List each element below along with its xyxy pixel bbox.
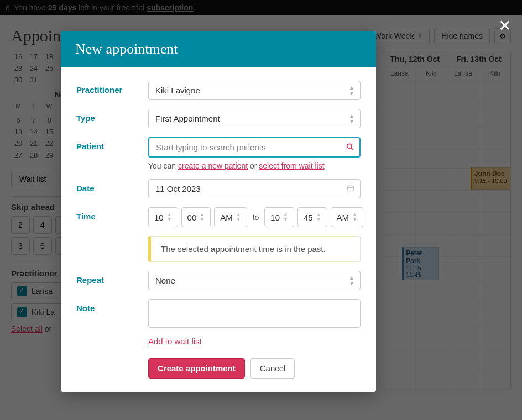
type-value: First Appointment (155, 114, 220, 123)
stepper-icon: ▲▼ (236, 212, 241, 222)
label-practitioner: Practitioner (76, 81, 148, 95)
stepper-icon: ▲▼ (316, 212, 321, 222)
practitioner-value: Kiki Lavigne (155, 86, 200, 95)
stepper-icon: ▲▼ (352, 212, 357, 222)
stepper-icon: ▲▼ (283, 212, 288, 222)
time-from-ampm[interactable]: AM▲▼ (214, 207, 247, 227)
label-patient: Patient (76, 137, 148, 151)
note-textarea[interactable] (148, 299, 361, 328)
time-from-hour[interactable]: 10▲▼ (148, 207, 178, 227)
svg-rect-2 (348, 186, 354, 191)
chevron-updown-icon: ▲▼ (349, 275, 354, 286)
patient-placeholder: Start typing to search patients (156, 143, 265, 152)
label-note: Note (76, 299, 148, 313)
calendar-icon (347, 184, 354, 193)
date-input[interactable]: 11 Oct 2023 (148, 179, 361, 198)
label-repeat: Repeat (76, 271, 148, 285)
repeat-select[interactable]: None ▲▼ (148, 271, 361, 290)
repeat-value: None (155, 276, 175, 285)
label-date: Date (76, 179, 148, 193)
stepper-icon: ▲▼ (167, 212, 172, 222)
time-from-min[interactable]: 00▲▼ (181, 207, 211, 227)
chevron-updown-icon: ▲▼ (349, 85, 354, 96)
label-type: Type (76, 109, 148, 123)
patient-helper: You can create a new patient or select f… (148, 161, 361, 170)
time-to-min[interactable]: 45▲▼ (297, 207, 327, 227)
time-to-ampm[interactable]: AM▲▼ (331, 207, 363, 227)
past-time-warning: The selected appointment time is in the … (148, 236, 361, 262)
time-to-label: to (250, 213, 262, 222)
select-waitlist-link[interactable]: select from wait list (259, 161, 324, 170)
svg-point-0 (347, 144, 352, 148)
search-icon (346, 143, 354, 152)
date-value: 11 Oct 2023 (155, 184, 201, 193)
cancel-button[interactable]: Cancel (250, 358, 295, 379)
create-appointment-button[interactable]: Create appointment (148, 358, 245, 379)
new-appointment-modal: New appointment Practitioner Kiki Lavign… (61, 31, 376, 392)
patient-search-input[interactable]: Start typing to search patients (148, 137, 361, 158)
modal-title: New appointment (61, 31, 376, 67)
svg-line-1 (351, 148, 353, 150)
practitioner-select[interactable]: Kiki Lavigne ▲▼ (148, 81, 361, 100)
add-to-waitlist-link[interactable]: Add to wait list (148, 337, 202, 346)
chevron-updown-icon: ▲▼ (349, 113, 354, 124)
label-time: Time (76, 207, 148, 221)
type-select[interactable]: First Appointment ▲▼ (148, 109, 361, 128)
create-patient-link[interactable]: create a new patient (178, 161, 248, 170)
close-modal-button[interactable]: ✕ (498, 17, 511, 35)
stepper-icon: ▲▼ (200, 212, 205, 222)
time-to-hour[interactable]: 10▲▼ (264, 207, 294, 227)
